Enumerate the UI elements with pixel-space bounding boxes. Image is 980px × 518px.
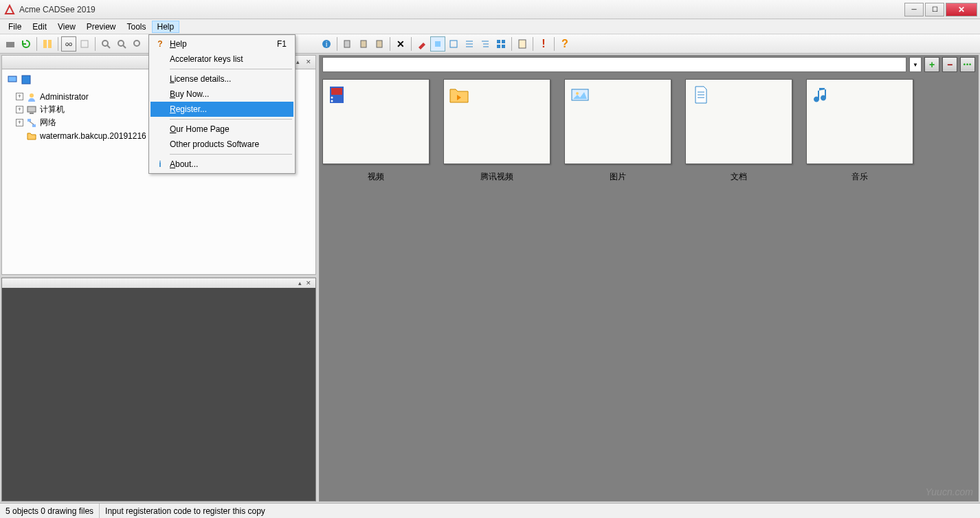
grid-view-button[interactable] [493,36,509,52]
refresh-button[interactable] [19,36,34,52]
add-button[interactable]: + [924,57,939,72]
delete-button[interactable]: ✕ [393,36,408,52]
maximize-button[interactable]: ☐ [925,3,944,16]
zoom-in-button[interactable] [98,36,113,52]
svg-rect-14 [377,41,382,47]
status-objects: 5 objects 0 drawing files [0,504,100,518]
list-view-button[interactable] [462,36,477,52]
svg-point-8 [134,41,140,46]
main-area: ▴ ✕ + Administrator + 计算机 [0,54,980,503]
minimize-button[interactable]: ─ [904,3,924,16]
pin-icon[interactable]: ▴ [298,280,302,286]
toolbar-separator [411,37,412,51]
toolbar-separator [337,37,337,51]
close-button[interactable]: ✕ [946,3,977,16]
content-panel: ▼ + − ••• 视频 腾讯视频 图片 文档 [319,55,979,502]
help-menu-license[interactable]: License details... [151,71,293,87]
toolbar-separator [554,37,555,51]
favorites-icon[interactable] [20,74,32,86]
zoom-out-button[interactable] [114,36,129,52]
titlebar: Acme CADSee 2019 ─ ☐ ✕ [0,0,980,19]
toolbar-separator [58,37,58,51]
tool-button-1[interactable] [414,36,430,52]
thumb-tencent-video[interactable]: 腾讯视频 [443,79,550,183]
panel-close-icon[interactable]: ✕ [304,58,313,67]
svg-rect-27 [519,40,526,48]
panel-close-icon[interactable]: ✕ [306,280,311,286]
svg-rect-28 [8,76,16,82]
help-menu-homepage[interactable]: Our Home Page [151,122,293,137]
path-dropdown-button[interactable]: ▼ [909,57,922,72]
thumb-document[interactable]: 文档 [685,79,792,183]
menu-tools[interactable]: Tools [122,21,152,33]
svg-rect-0 [6,42,14,47]
svg-rect-33 [27,119,31,122]
properties-button[interactable] [515,36,530,52]
window-title: Acme CADSee 2019 [19,5,903,14]
tool-button-3[interactable] [446,36,461,52]
question-icon: ? [155,38,166,49]
toolbar-separator [533,37,533,51]
thumb-video[interactable]: 视频 [322,79,430,183]
svg-line-35 [30,122,34,124]
svg-point-38 [331,97,333,99]
svg-rect-32 [30,113,34,114]
expander-icon[interactable]: + [16,106,23,113]
toolbar-separator [36,37,37,51]
menu-help[interactable]: Help [152,21,180,33]
video-icon [327,84,349,106]
music-icon [811,84,833,106]
menu-separator [170,69,292,69]
panes-button[interactable] [40,36,55,52]
thumb-picture[interactable]: 图片 [564,79,671,183]
help-menu-other[interactable]: Other products Software [151,137,293,152]
svg-rect-16 [450,41,457,47]
picture-icon [569,84,591,106]
menubar: File Edit View Preview Tools Help [0,19,980,34]
view-alt-button[interactable] [77,36,92,52]
info-icon: i [155,159,166,170]
folder-play-icon [448,84,470,106]
menu-preview[interactable]: Preview [81,21,122,33]
svg-rect-12 [344,41,350,47]
help-menu-buy[interactable]: Buy Now... [151,87,293,102]
document-icon [690,84,712,106]
watermark-text: Yuucn.com [925,486,973,497]
clipboard-button[interactable] [372,36,387,52]
expander-icon[interactable]: + [16,119,23,126]
tree-view-button[interactable] [478,36,493,52]
copy-button[interactable] [340,36,355,52]
help-menu-help[interactable]: ?HelpF1 [151,36,293,52]
app-icon [4,4,15,15]
preview-panel: ▴ ✕ [1,278,316,502]
help-menu-register[interactable]: Register... [151,102,293,117]
menu-edit[interactable]: Edit [27,21,52,33]
alert-button[interactable]: ! [536,36,551,52]
status-message: Input registeration code to register thi… [100,504,980,518]
path-bar: ▼ + − ••• [320,56,978,74]
view-1to1-button[interactable]: oo [61,36,76,52]
network-icon [26,117,37,128]
desktop-icon[interactable] [6,74,19,86]
open-button[interactable] [3,36,18,52]
statusbar: 5 objects 0 drawing files Input register… [0,503,980,518]
more-button[interactable]: ••• [960,57,975,72]
svg-rect-15 [435,41,441,47]
help-menu-accelerator[interactable]: Accelerator keys list [151,52,293,67]
tool-button-2[interactable] [430,36,445,52]
zoom-fit-button[interactable] [130,36,145,52]
toolbar-separator [390,37,390,51]
path-input[interactable] [322,57,906,72]
info-button[interactable]: i [319,36,334,52]
expander-icon[interactable]: + [16,93,23,100]
help-menu-about[interactable]: iAbout... [151,157,293,172]
svg-rect-31 [27,106,36,112]
thumb-music[interactable]: 音乐 [806,79,913,183]
menu-view[interactable]: View [52,21,81,33]
toolbar-separator [95,37,96,51]
paste-button[interactable] [356,36,371,52]
help-toolbar-button[interactable]: ? [557,36,572,52]
menu-file[interactable]: File [3,21,27,33]
remove-button[interactable]: − [942,57,957,72]
svg-rect-34 [32,124,36,127]
